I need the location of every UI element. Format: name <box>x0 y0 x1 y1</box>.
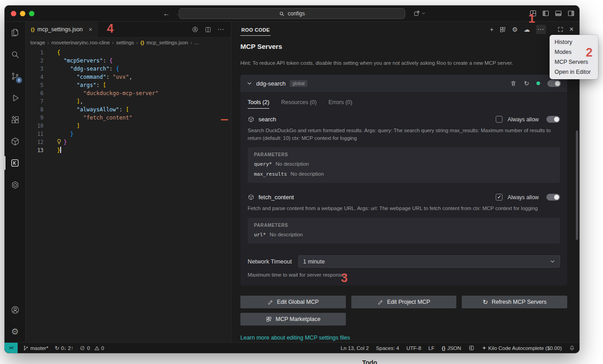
editor-group: {} mcp_settings.json × ⋯ torage › roovet… <box>26 22 231 342</box>
settings-button[interactable]: ⚙ <box>5 321 25 342</box>
tool-description: Search DuckDuckGo and return formatted r… <box>248 127 560 142</box>
files-icon <box>10 28 20 38</box>
edit-project-mcp-button[interactable]: Edit Project MCP <box>351 296 457 308</box>
overview-ruler-modified-mark <box>221 119 228 120</box>
network-timeout-select[interactable]: 1 minute <box>298 255 560 268</box>
mcp-marketplace-button[interactable]: MCP Marketplace <box>240 313 346 326</box>
eol[interactable]: LF <box>428 345 434 351</box>
code-line[interactable]: 5 "args": [ <box>26 81 231 89</box>
indentation[interactable]: Spaces: 4 <box>376 345 399 351</box>
sidebar-item-containers[interactable] <box>5 130 25 152</box>
sidebar-item-kilo-code[interactable] <box>5 152 25 174</box>
code-line[interactable]: 3 "ddg-search": { <box>26 65 231 73</box>
account-icon <box>10 305 20 315</box>
error-icon <box>80 345 85 351</box>
sidebar-item-source-control[interactable]: 8 <box>5 65 25 87</box>
close-panel-icon[interactable]: × <box>570 26 574 33</box>
breadcrumb-more[interactable]: ... <box>194 40 199 45</box>
server-tabs: Tools (2) Resources (0) Errors (0) <box>248 99 560 109</box>
cloud-icon[interactable]: ☁ <box>524 26 530 33</box>
code-line[interactable]: 10 ] <box>26 122 231 130</box>
ellipsis-menu-icon[interactable]: ⋯ <box>536 25 546 34</box>
titlebar-search[interactable]: configs <box>179 8 405 19</box>
new-task-icon[interactable]: + <box>490 26 493 33</box>
tab-mcp-settings[interactable]: {} mcp_settings.json × <box>26 22 98 37</box>
menu-item-open-in-editor[interactable]: Open in Editor <box>550 67 598 77</box>
kilo-autocomplete-status[interactable]: Kilo Code Autocomplete ($0.00) <box>482 345 562 351</box>
sidebar-item-search[interactable] <box>5 43 25 65</box>
code-editor[interactable]: 1{2 "mcpServers": {3 "ddg-search": {4 "c… <box>26 48 231 342</box>
toggle-secondary-sidebar-icon[interactable] <box>567 10 575 17</box>
panel-scrollbar[interactable] <box>576 130 578 240</box>
encoding[interactable]: UTF-8 <box>407 345 421 351</box>
minimize-window-button[interactable] <box>20 11 25 16</box>
code-line[interactable]: 8 "alwaysAllow": [ <box>26 105 231 114</box>
expand-panel-icon[interactable] <box>557 26 564 33</box>
trash-icon[interactable] <box>510 80 517 86</box>
refresh-mcp-servers-button[interactable]: ↻ Refresh MCP Servers <box>462 296 567 308</box>
cursor-position[interactable]: Ln 13, Col 2 <box>341 345 369 351</box>
background-window-text: Todo <box>362 359 377 364</box>
always-allow-checkbox[interactable] <box>496 116 502 123</box>
toggle-primary-sidebar-icon[interactable] <box>542 10 550 17</box>
sidebar-item-explorer[interactable] <box>5 22 25 43</box>
tab-resources[interactable]: Resources (0) <box>281 99 317 109</box>
problems-indicator[interactable]: 0 0 <box>80 345 104 351</box>
open-remote-window[interactable] <box>413 10 426 17</box>
breadcrumb: torage › rooveterinaryinc.roo-cline › se… <box>26 38 231 48</box>
branch-indicator[interactable]: master* <box>23 345 48 351</box>
zoom-window-button[interactable] <box>29 11 34 16</box>
server-enabled-toggle[interactable] <box>547 80 561 87</box>
toggle-panel-icon[interactable] <box>555 10 562 17</box>
tab-tools[interactable]: Tools (2) <box>248 99 269 109</box>
code-line[interactable]: 1{ <box>26 48 231 57</box>
lightbulb-icon[interactable] <box>56 139 62 144</box>
edit-global-mcp-button[interactable]: Edit Global MCP <box>240 296 346 308</box>
sidebar-item-extensions[interactable] <box>5 109 25 130</box>
account-circle-icon[interactable] <box>191 26 199 33</box>
account-button[interactable] <box>5 299 25 321</box>
bell-icon[interactable] <box>569 345 575 351</box>
text-cursor <box>60 147 61 153</box>
always-allow-checkbox-checked[interactable]: ✓ <box>496 194 502 201</box>
page-title: MCP Servers <box>240 43 567 50</box>
breadcrumb-item[interactable]: torage <box>30 40 45 45</box>
close-window-button[interactable] <box>11 11 16 16</box>
tab-bar: {} mcp_settings.json × ⋯ <box>26 22 231 38</box>
sidebar-item-run-debug[interactable] <box>5 87 25 109</box>
tool-enabled-toggle[interactable] <box>546 116 560 123</box>
network-timeout-label: Network Timeout <box>248 258 292 265</box>
code-line[interactable]: 6 "duckduckgo-mcp-server" <box>26 89 231 97</box>
code-line[interactable]: 13} <box>26 146 231 154</box>
marketplace-icon[interactable] <box>499 26 506 33</box>
branch-icon <box>23 345 29 351</box>
refresh-server-icon[interactable]: ↻ <box>524 80 529 87</box>
split-editor-icon[interactable] <box>205 26 211 33</box>
code-line[interactable]: 7 ], <box>26 97 231 105</box>
breadcrumb-item[interactable]: settings <box>116 40 134 45</box>
sync-indicator[interactable]: ↻ 0↓ 2↑ <box>55 345 74 351</box>
editor-layout-icon[interactable] <box>469 345 474 351</box>
more-actions-icon[interactable]: ⋯ <box>217 25 225 34</box>
json-icon: {} <box>442 345 445 351</box>
gear-icon[interactable]: ⚙ <box>512 26 518 33</box>
tool-enabled-toggle[interactable] <box>546 194 560 201</box>
code-line[interactable]: 9 "fetch_content" <box>26 114 231 122</box>
sidebar-item-openai[interactable] <box>5 174 25 196</box>
code-line[interactable]: 2 "mcpServers": { <box>26 57 231 65</box>
tab-errors[interactable]: Errors (0) <box>328 99 352 109</box>
titlebar: ← → configs <box>5 5 579 22</box>
code-line[interactable]: 4 "command": "uvx", <box>26 73 231 81</box>
window-controls <box>11 11 34 16</box>
server-card-header[interactable]: ddg-search global ↻ <box>240 75 567 92</box>
breadcrumb-item[interactable]: mcp_settings.json <box>146 40 188 45</box>
back-icon[interactable]: ← <box>163 10 170 17</box>
learn-more-link[interactable]: Learn more about editing MCP settings fi… <box>240 335 350 341</box>
code-line[interactable]: 11 } <box>26 130 231 138</box>
language-mode[interactable]: {} JSON <box>442 345 461 351</box>
chevron-down-icon[interactable] <box>247 81 252 86</box>
pencil-icon <box>268 299 273 305</box>
breadcrumb-item[interactable]: rooveterinaryinc.roo-cline <box>51 40 110 45</box>
remote-indicator[interactable]: >< <box>5 343 18 353</box>
close-tab-icon[interactable]: × <box>89 26 92 33</box>
